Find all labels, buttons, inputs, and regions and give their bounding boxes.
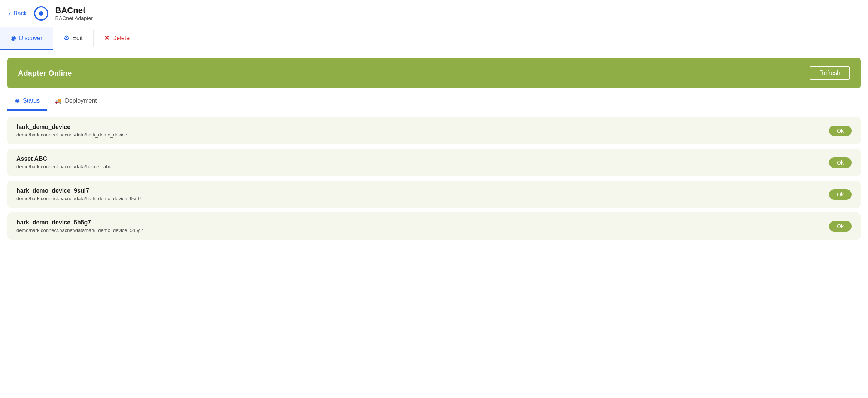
sub-tab-bar: ◉ Status 🚚 Deployment (0, 92, 868, 111)
page-subtitle: BACnet Adapter (55, 15, 93, 21)
device-name: Asset ABC (16, 156, 111, 162)
sub-tab-deployment[interactable]: 🚚 Deployment (47, 92, 104, 111)
gear-icon: ⚙ (64, 34, 69, 42)
device-name: hark_demo_device_5h5g7 (16, 219, 143, 226)
header: ‹ Back BACnet BACnet Adapter (0, 0, 868, 27)
device-path: demo/hark.connect.bacnet/data/hark_demo_… (16, 196, 142, 201)
tab-delete-label: Delete (112, 35, 130, 42)
tab-discover-label: Discover (19, 35, 42, 42)
device-name: hark_demo_device_9sul7 (16, 187, 142, 194)
device-card[interactable]: Asset ABC demo/hark.connect.bacnet/data/… (7, 149, 861, 176)
sub-tab-deployment-label: Deployment (65, 97, 97, 104)
sub-tab-status-label: Status (23, 97, 40, 104)
tab-discover[interactable]: ◉ Discover (0, 27, 53, 50)
device-card[interactable]: hark_demo_device_5h5g7 demo/hark.connect… (7, 212, 861, 240)
back-arrow-icon: ‹ (9, 10, 11, 18)
adapter-status-banner: Adapter Online Refresh (7, 58, 861, 88)
refresh-button[interactable]: Refresh (810, 66, 850, 80)
status-badge: Ok (829, 126, 852, 136)
status-badge: Ok (829, 157, 852, 168)
device-info: hark_demo_device_9sul7 demo/hark.connect… (16, 187, 142, 201)
banner-text: Adapter Online (18, 69, 72, 78)
device-info: Asset ABC demo/hark.connect.bacnet/data/… (16, 156, 111, 169)
device-card[interactable]: hark_demo_device demo/hark.connect.bacne… (7, 117, 861, 144)
device-path: demo/hark.connect.bacnet/data/hark_demo_… (16, 132, 127, 138)
tab-delete[interactable]: ✕ Delete (94, 27, 140, 50)
adapter-icon-dot (39, 11, 43, 16)
tab-bar: ◉ Discover ⚙ Edit ✕ Delete (0, 27, 868, 50)
status-badge: Ok (829, 221, 852, 232)
device-info: hark_demo_device_5h5g7 demo/hark.connect… (16, 219, 143, 233)
status-badge: Ok (829, 189, 852, 200)
tab-edit-label: Edit (72, 35, 83, 42)
back-label: Back (13, 10, 27, 17)
back-button[interactable]: ‹ Back (9, 10, 27, 18)
device-name: hark_demo_device (16, 124, 127, 130)
adapter-icon (33, 5, 49, 22)
header-title-group: BACnet BACnet Adapter (55, 6, 93, 21)
device-list: hark_demo_device demo/hark.connect.bacne… (0, 111, 868, 246)
device-path: demo/hark.connect.bacnet/data/hark_demo_… (16, 227, 143, 233)
device-info: hark_demo_device demo/hark.connect.bacne… (16, 124, 127, 138)
sub-tab-status[interactable]: ◉ Status (7, 92, 47, 111)
adapter-icon-circle (34, 6, 48, 21)
device-path: demo/hark.connect.bacnet/data/bacnet_abc (16, 164, 111, 169)
tab-edit[interactable]: ⚙ Edit (53, 27, 93, 50)
radio-icon: ◉ (10, 34, 16, 42)
device-card[interactable]: hark_demo_device_9sul7 demo/hark.connect… (7, 181, 861, 208)
page-title: BACnet (55, 6, 93, 15)
x-icon: ✕ (104, 34, 109, 42)
deployment-icon: 🚚 (55, 97, 62, 104)
status-radio-icon: ◉ (15, 97, 20, 104)
